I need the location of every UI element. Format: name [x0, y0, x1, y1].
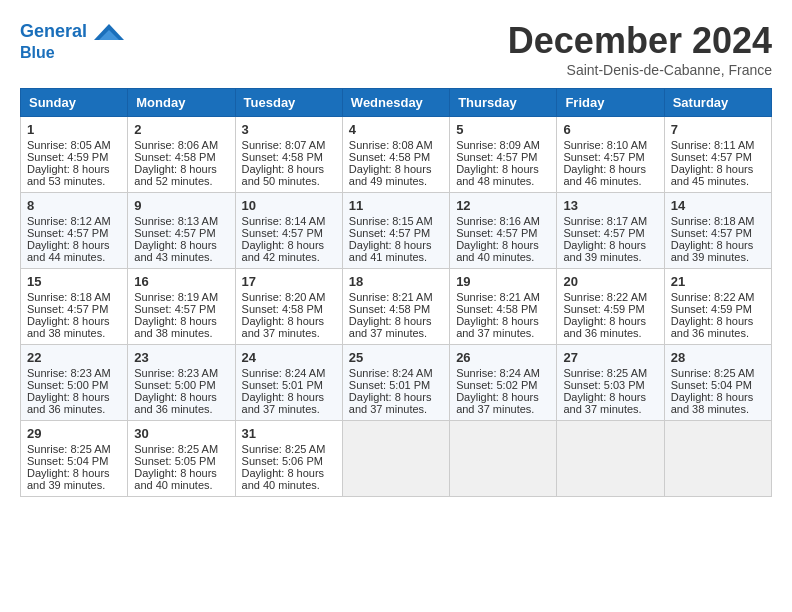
calendar-cell: 31 Sunrise: 8:25 AM Sunset: 5:06 PM Dayl…	[235, 421, 342, 497]
day-number: 20	[563, 274, 657, 289]
sunset-label: Sunset: 4:59 PM	[27, 151, 108, 163]
sunrise-label: Sunrise: 8:25 AM	[563, 367, 647, 379]
calendar-header-row: SundayMondayTuesdayWednesdayThursdayFrid…	[21, 89, 772, 117]
daylight-label: Daylight: 8 hours and 38 minutes.	[671, 391, 754, 415]
day-number: 23	[134, 350, 228, 365]
calendar-cell: 13 Sunrise: 8:17 AM Sunset: 4:57 PM Dayl…	[557, 193, 664, 269]
daylight-label: Daylight: 8 hours and 44 minutes.	[27, 239, 110, 263]
calendar-cell	[450, 421, 557, 497]
sunrise-label: Sunrise: 8:22 AM	[671, 291, 755, 303]
calendar-cell: 26 Sunrise: 8:24 AM Sunset: 5:02 PM Dayl…	[450, 345, 557, 421]
col-header-monday: Monday	[128, 89, 235, 117]
col-header-wednesday: Wednesday	[342, 89, 449, 117]
daylight-label: Daylight: 8 hours and 36 minutes.	[671, 315, 754, 339]
sunset-label: Sunset: 4:59 PM	[671, 303, 752, 315]
day-number: 1	[27, 122, 121, 137]
calendar-cell: 20 Sunrise: 8:22 AM Sunset: 4:59 PM Dayl…	[557, 269, 664, 345]
sunset-label: Sunset: 5:01 PM	[349, 379, 430, 391]
calendar-week-4: 22 Sunrise: 8:23 AM Sunset: 5:00 PM Dayl…	[21, 345, 772, 421]
daylight-label: Daylight: 8 hours and 37 minutes.	[242, 315, 325, 339]
day-number: 30	[134, 426, 228, 441]
day-number: 29	[27, 426, 121, 441]
page-header: General Blue December 2024 Saint-Denis-d…	[20, 20, 772, 78]
col-header-thursday: Thursday	[450, 89, 557, 117]
calendar-cell: 11 Sunrise: 8:15 AM Sunset: 4:57 PM Dayl…	[342, 193, 449, 269]
day-number: 26	[456, 350, 550, 365]
day-number: 27	[563, 350, 657, 365]
daylight-label: Daylight: 8 hours and 36 minutes.	[134, 391, 217, 415]
daylight-label: Daylight: 8 hours and 39 minutes.	[671, 239, 754, 263]
calendar-cell: 4 Sunrise: 8:08 AM Sunset: 4:58 PM Dayli…	[342, 117, 449, 193]
daylight-label: Daylight: 8 hours and 40 minutes.	[456, 239, 539, 263]
sunset-label: Sunset: 5:00 PM	[27, 379, 108, 391]
sunrise-label: Sunrise: 8:05 AM	[27, 139, 111, 151]
calendar-cell: 15 Sunrise: 8:18 AM Sunset: 4:57 PM Dayl…	[21, 269, 128, 345]
calendar-cell: 22 Sunrise: 8:23 AM Sunset: 5:00 PM Dayl…	[21, 345, 128, 421]
sunrise-label: Sunrise: 8:11 AM	[671, 139, 755, 151]
day-number: 31	[242, 426, 336, 441]
sunrise-label: Sunrise: 8:16 AM	[456, 215, 540, 227]
sunrise-label: Sunrise: 8:25 AM	[671, 367, 755, 379]
sunrise-label: Sunrise: 8:12 AM	[27, 215, 111, 227]
sunrise-label: Sunrise: 8:07 AM	[242, 139, 326, 151]
daylight-label: Daylight: 8 hours and 40 minutes.	[134, 467, 217, 491]
sunrise-label: Sunrise: 8:09 AM	[456, 139, 540, 151]
calendar-cell: 19 Sunrise: 8:21 AM Sunset: 4:58 PM Dayl…	[450, 269, 557, 345]
calendar-cell: 14 Sunrise: 8:18 AM Sunset: 4:57 PM Dayl…	[664, 193, 771, 269]
col-header-saturday: Saturday	[664, 89, 771, 117]
sunrise-label: Sunrise: 8:19 AM	[134, 291, 218, 303]
daylight-label: Daylight: 8 hours and 49 minutes.	[349, 163, 432, 187]
sunset-label: Sunset: 4:57 PM	[27, 227, 108, 239]
calendar-cell: 21 Sunrise: 8:22 AM Sunset: 4:59 PM Dayl…	[664, 269, 771, 345]
daylight-label: Daylight: 8 hours and 45 minutes.	[671, 163, 754, 187]
sunrise-label: Sunrise: 8:17 AM	[563, 215, 647, 227]
sunset-label: Sunset: 5:04 PM	[27, 455, 108, 467]
day-number: 15	[27, 274, 121, 289]
day-number: 21	[671, 274, 765, 289]
daylight-label: Daylight: 8 hours and 43 minutes.	[134, 239, 217, 263]
daylight-label: Daylight: 8 hours and 50 minutes.	[242, 163, 325, 187]
sunset-label: Sunset: 4:57 PM	[242, 227, 323, 239]
calendar-cell: 6 Sunrise: 8:10 AM Sunset: 4:57 PM Dayli…	[557, 117, 664, 193]
calendar-cell: 16 Sunrise: 8:19 AM Sunset: 4:57 PM Dayl…	[128, 269, 235, 345]
day-number: 17	[242, 274, 336, 289]
day-number: 19	[456, 274, 550, 289]
calendar-cell: 28 Sunrise: 8:25 AM Sunset: 5:04 PM Dayl…	[664, 345, 771, 421]
sunrise-label: Sunrise: 8:14 AM	[242, 215, 326, 227]
daylight-label: Daylight: 8 hours and 46 minutes.	[563, 163, 646, 187]
day-number: 24	[242, 350, 336, 365]
logo-subtext: Blue	[20, 44, 124, 62]
day-number: 28	[671, 350, 765, 365]
daylight-label: Daylight: 8 hours and 36 minutes.	[27, 391, 110, 415]
sunrise-label: Sunrise: 8:24 AM	[456, 367, 540, 379]
sunset-label: Sunset: 4:57 PM	[456, 151, 537, 163]
sunrise-label: Sunrise: 8:23 AM	[134, 367, 218, 379]
day-number: 16	[134, 274, 228, 289]
day-number: 8	[27, 198, 121, 213]
calendar-cell: 5 Sunrise: 8:09 AM Sunset: 4:57 PM Dayli…	[450, 117, 557, 193]
col-header-tuesday: Tuesday	[235, 89, 342, 117]
sunset-label: Sunset: 5:02 PM	[456, 379, 537, 391]
sunrise-label: Sunrise: 8:06 AM	[134, 139, 218, 151]
sunrise-label: Sunrise: 8:15 AM	[349, 215, 433, 227]
day-number: 3	[242, 122, 336, 137]
sunset-label: Sunset: 4:57 PM	[671, 151, 752, 163]
day-number: 6	[563, 122, 657, 137]
calendar-cell	[557, 421, 664, 497]
sunset-label: Sunset: 5:00 PM	[134, 379, 215, 391]
sunset-label: Sunset: 4:57 PM	[671, 227, 752, 239]
daylight-label: Daylight: 8 hours and 38 minutes.	[134, 315, 217, 339]
sunset-label: Sunset: 5:01 PM	[242, 379, 323, 391]
sunset-label: Sunset: 4:58 PM	[242, 303, 323, 315]
day-number: 10	[242, 198, 336, 213]
col-header-friday: Friday	[557, 89, 664, 117]
sunrise-label: Sunrise: 8:18 AM	[671, 215, 755, 227]
sunset-label: Sunset: 4:58 PM	[242, 151, 323, 163]
calendar-week-3: 15 Sunrise: 8:18 AM Sunset: 4:57 PM Dayl…	[21, 269, 772, 345]
calendar-cell: 7 Sunrise: 8:11 AM Sunset: 4:57 PM Dayli…	[664, 117, 771, 193]
sunset-label: Sunset: 4:58 PM	[456, 303, 537, 315]
calendar-cell: 30 Sunrise: 8:25 AM Sunset: 5:05 PM Dayl…	[128, 421, 235, 497]
calendar-cell: 17 Sunrise: 8:20 AM Sunset: 4:58 PM Dayl…	[235, 269, 342, 345]
sunrise-label: Sunrise: 8:18 AM	[27, 291, 111, 303]
sunrise-label: Sunrise: 8:23 AM	[27, 367, 111, 379]
